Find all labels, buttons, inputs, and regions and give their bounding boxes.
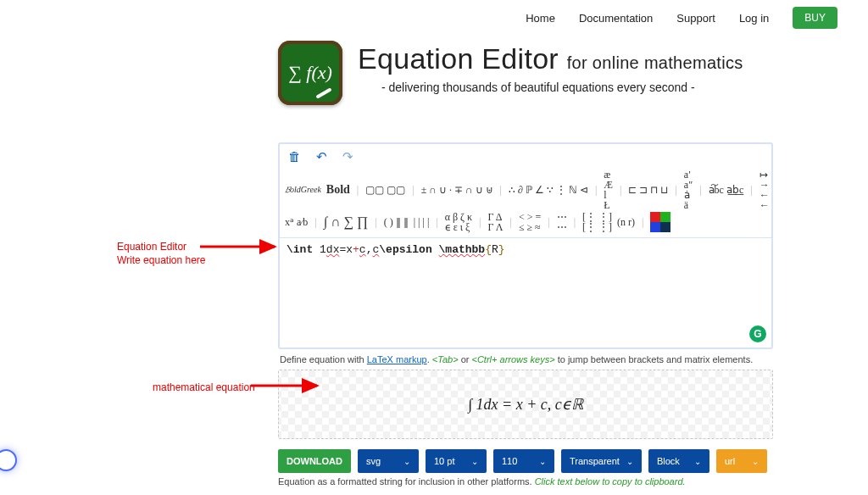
title-sub: for online mathematics bbox=[567, 53, 743, 72]
sym-frac[interactable]: xᵃ a⁄b bbox=[285, 216, 308, 229]
hint-mid2: or bbox=[459, 354, 472, 364]
nav-home[interactable]: Home bbox=[526, 12, 555, 25]
footer-hint: Equation as a formatted string for inclu… bbox=[278, 476, 773, 487]
sym-binom[interactable]: (n r) bbox=[617, 216, 635, 229]
sym-colors[interactable] bbox=[650, 212, 672, 232]
redo-icon[interactable]: ↷ bbox=[342, 149, 353, 164]
annotation-arrow-1 bbox=[200, 234, 285, 259]
footer-pre: Equation as a formatted string for inclu… bbox=[278, 476, 535, 487]
symbol-palette: 𝓑oldGreek Bold | ▢▢ ▢▢ | ± ∩ ∪ · ∓ ∩ ∪ ⊎… bbox=[280, 170, 771, 237]
sym-lang[interactable]: æ Æ l Ł bbox=[604, 170, 613, 210]
color-green-icon[interactable] bbox=[660, 212, 670, 222]
annotation-editor: Equation Editor Write equation here bbox=[117, 241, 206, 267]
page-title: Equation Editor for online mathematics bbox=[358, 42, 743, 75]
sym-primes[interactable]: a′ a″ ȧ ä bbox=[684, 170, 693, 210]
size-select[interactable]: 10 pt⌄ bbox=[426, 449, 487, 473]
nav-docs[interactable]: Documentation bbox=[579, 12, 653, 25]
sym-arrows[interactable]: ↦ → ← ← bbox=[760, 170, 770, 210]
sym-sets[interactable]: Γ Δ Γ Λ bbox=[488, 212, 504, 232]
top-nav: Home Documentation Support Log in BUY bbox=[0, 0, 868, 29]
rendered-equation: ∫ 1dx = x + c, cϵℝ bbox=[468, 395, 583, 414]
display-select[interactable]: Block⌄ bbox=[648, 449, 709, 473]
hint-tab: <Tab> bbox=[432, 354, 459, 364]
sym-bars[interactable]: | | | | bbox=[414, 216, 430, 229]
sym-calc[interactable]: ∴ ∂ ℙ ∠ ∵ ⋮ ℕ ⊲ bbox=[509, 184, 588, 197]
chevron-down-icon: ⌄ bbox=[539, 457, 546, 466]
download-button[interactable]: DOWNLOAD bbox=[278, 449, 351, 473]
chevron-down-icon: ⌄ bbox=[694, 457, 701, 466]
title-main: Equation Editor bbox=[358, 42, 559, 75]
nav-login[interactable]: Log in bbox=[739, 12, 769, 25]
chevron-down-icon: ⌄ bbox=[471, 457, 478, 466]
sym-boxes[interactable]: ▢▢ ▢▢ bbox=[365, 184, 405, 197]
hint-pre: Define equation with bbox=[280, 354, 367, 364]
sym-sq[interactable]: ⊏ ⊐ ⊓ ⊔ bbox=[628, 184, 668, 197]
color-red-icon[interactable] bbox=[650, 212, 660, 222]
hint-ctrl: <Ctrl+ arrows keys> bbox=[472, 354, 555, 364]
chevron-down-icon: ⌄ bbox=[752, 457, 759, 466]
trash-icon[interactable]: 🗑 bbox=[288, 149, 301, 164]
grammarly-badge-icon[interactable]: G bbox=[749, 325, 766, 342]
buy-button[interactable]: BUY bbox=[793, 7, 837, 29]
sym-rel[interactable]: < > = ≤ ≥ ≈ bbox=[519, 212, 541, 232]
hero-text: Equation Editor for online mathematics -… bbox=[358, 41, 743, 94]
sym-dots[interactable]: ⋯ ⋯ bbox=[557, 212, 567, 232]
sym-setops[interactable]: ± ∩ ∪ · ∓ ∩ ∪ ⊎ bbox=[421, 184, 493, 197]
action-row: DOWNLOAD svg⌄ 10 pt⌄ 110⌄ Transparent⌄ B… bbox=[278, 449, 773, 473]
main-column: 🗑 ↶ ↷ 𝓑oldGreek Bold | ▢▢ ▢▢ | ± ∩ ∪ · ∓… bbox=[278, 142, 773, 487]
color-dark-icon[interactable] bbox=[660, 222, 670, 232]
symbol-row-1: 𝓑oldGreek Bold | ▢▢ ▢▢ | ± ∩ ∪ · ∓ ∩ ∪ ⊎… bbox=[285, 170, 766, 210]
app-logo: ∑ f(x) bbox=[278, 41, 342, 105]
dpi-select[interactable]: 110⌄ bbox=[493, 449, 554, 473]
hero: ∑ f(x) Equation Editor for online mathem… bbox=[278, 41, 868, 105]
sym-boldgreek[interactable]: 𝓑oldGreek bbox=[285, 185, 321, 195]
color-blue-icon[interactable] bbox=[650, 222, 660, 232]
url-select[interactable]: url⌄ bbox=[716, 449, 767, 473]
sym-delims[interactable]: ( ) ‖ ‖ bbox=[384, 216, 409, 229]
sym-greek[interactable]: α β ζ κ ϵ ε ι ξ bbox=[445, 212, 472, 232]
tagline: - delivering thousands of beautiful equa… bbox=[381, 81, 743, 94]
undo-icon[interactable]: ↶ bbox=[316, 149, 327, 164]
background-select[interactable]: Transparent⌄ bbox=[561, 449, 642, 473]
footer-green: Click text below to copy to clipboard. bbox=[535, 476, 686, 487]
anno1-line1: Equation Editor bbox=[117, 241, 206, 254]
latex-input-wrap: \int 1dx=x+c,c\epsilon \mathbb{R} G bbox=[280, 237, 771, 348]
toolbar: 🗑 ↶ ↷ bbox=[280, 144, 771, 170]
sym-bold[interactable]: Bold bbox=[326, 183, 350, 197]
chevron-down-icon: ⌄ bbox=[403, 457, 410, 466]
sym-mat[interactable]: [⋮ ⋮] [⋮ ⋮] bbox=[582, 212, 612, 232]
annotation-preview: mathematical equation bbox=[153, 381, 255, 395]
nav-support[interactable]: Support bbox=[676, 12, 715, 25]
latex-markup-link[interactable]: LaTeX markup bbox=[367, 354, 427, 364]
assistive-widget-icon[interactable] bbox=[0, 449, 17, 471]
latex-input[interactable]: \int 1dx=x+c,c\epsilon \mathbb{R} bbox=[280, 237, 771, 348]
hint-post: to jump between brackets and matrix elem… bbox=[555, 354, 754, 364]
equation-preview: ∫ 1dx = x + c, cϵℝ bbox=[278, 370, 773, 439]
anno2: mathematical equation bbox=[153, 381, 255, 393]
hint-define: Define equation with LaTeX markup. <Tab>… bbox=[280, 354, 773, 364]
editor-panel: 🗑 ↶ ↷ 𝓑oldGreek Bold | ▢▢ ▢▢ | ± ∩ ∪ · ∓… bbox=[278, 142, 773, 349]
sym-bigops[interactable]: ∫ ∩ ∑ ∏ bbox=[324, 214, 369, 230]
anno1-line2: Write equation here bbox=[117, 254, 206, 268]
sym-abc[interactable]: a͠bc a͟b͟c bbox=[709, 184, 744, 197]
symbol-row-2: xᵃ a⁄b | ∫ ∩ ∑ ∏ | ( ) ‖ ‖ | | | | | α β… bbox=[285, 212, 766, 232]
format-select[interactable]: svg⌄ bbox=[358, 449, 419, 473]
chevron-down-icon: ⌄ bbox=[626, 457, 633, 466]
